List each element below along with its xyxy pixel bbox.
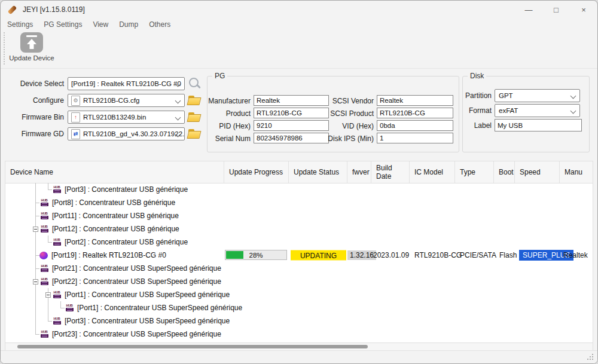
pid-hex-field[interactable]: 9210: [254, 120, 329, 131]
pg-row: Manufacturer Realtek SCSI Vendor Realtek: [208, 95, 459, 107]
menu-dump[interactable]: Dump: [118, 20, 139, 29]
col-fwver[interactable]: fwver: [347, 161, 371, 183]
col-manu[interactable]: Manu: [559, 161, 594, 183]
firmware-bin-value: RTL9210B13249.bin: [83, 114, 146, 121]
usb-hub-icon: HUB: [39, 212, 49, 219]
tree-row-updating[interactable]: [Port19] : Realtek RTL9210B-CG #0 28% UP…: [5, 249, 593, 262]
scsi-vendor-field[interactable]: Realtek: [377, 95, 453, 106]
menu-pg-settings[interactable]: PG Settings: [42, 20, 83, 29]
tree-row[interactable]: HUB [Port8] : Concentrateur USB génériqu…: [5, 196, 593, 209]
serial-num-field[interactable]: 802345978986: [254, 133, 329, 143]
vid-hex-label: VID (Hex): [326, 120, 374, 132]
tree-row[interactable]: HUB [Port3] : Concentrateur USB génériqu…: [5, 183, 593, 196]
menu-view[interactable]: View: [91, 20, 109, 29]
tree-row[interactable]: HUB [Port23] : Concentrateur USB SuperSp…: [5, 328, 593, 341]
device-select-combobox[interactable]: [Port19] : Realtek RTL9210B-CG #0: [68, 77, 185, 90]
tree-row-label: [Port3] : Concentrateur USB générique: [65, 185, 188, 194]
device-search-button[interactable]: [188, 77, 202, 90]
disk-ips-label: Disk IPS (Min): [320, 133, 374, 145]
firmware-bin-combobox[interactable]: ↑ RTL9210B13249.bin: [68, 111, 185, 124]
menu-settings[interactable]: Settings: [6, 20, 34, 29]
tree-row-label: [Port1] : Concentrateur USB SuperSpeed g…: [65, 290, 230, 299]
firmware-bin-row: Firmware Bin ↑ RTL9210B13249.bin: [1, 111, 207, 124]
col-update-status[interactable]: Update Status: [288, 161, 347, 183]
tree-row[interactable]: HUB [Port2] : Concentrateur USB génériqu…: [5, 235, 593, 249]
tree-row[interactable]: HUB [Port3] : Concentrateur USB SuperSpe…: [5, 314, 593, 328]
tree-row-label: [Port1] : Concentrateur USB SuperSpeed g…: [77, 304, 242, 312]
window-title: JEYI [v1.15.8.0119]: [23, 5, 85, 14]
firmware-gd-combobox[interactable]: ⇄ RTL9210B_gd_v4.30.23.071922.bin: [68, 127, 185, 140]
folder-icon: [188, 127, 202, 140]
tree-row-label: [Port12] : Concentrateur USB générique: [52, 225, 179, 233]
disk-label-field[interactable]: My USB: [495, 119, 582, 131]
device-tree: HUB [Port3] : Concentrateur USB génériqu…: [5, 183, 593, 343]
update-progress-bar: 28%: [225, 250, 287, 260]
device-select-row: Device Select [Port19] : Realtek RTL9210…: [1, 77, 207, 90]
toolbar-grip[interactable]: [4, 32, 5, 65]
upload-arrow-icon: [20, 32, 43, 53]
firmware-gd-row: Firmware GD ⇄ RTL9210B_gd_v4.30.23.07192…: [1, 127, 207, 140]
expander-minus-icon[interactable]: [45, 292, 51, 298]
table-header: Device Name Update Progress Update Statu…: [5, 161, 593, 183]
usb-hub-icon: HUB: [39, 199, 49, 206]
tree-row-label: [Port2] : Concentrateur USB générique: [65, 238, 188, 246]
progress-percent: 28%: [225, 250, 286, 259]
serial-num-label: Serial Num: [210, 133, 251, 145]
device-form: Device Select [Port19] : Realtek RTL9210…: [1, 71, 207, 155]
scsi-product-field[interactable]: RTL9210B-CG: [377, 108, 453, 118]
usb-hub-icon: HUB: [52, 291, 62, 298]
format-combobox[interactable]: exFAT: [495, 104, 580, 117]
col-build-date[interactable]: Build Date: [371, 161, 409, 183]
expander-minus-icon[interactable]: [33, 279, 38, 285]
tree-row[interactable]: HUB [Port12] : Concentrateur USB génériq…: [5, 222, 593, 235]
col-type[interactable]: Type: [454, 161, 493, 183]
configure-browse-button[interactable]: [188, 94, 202, 107]
device-select-value: [Port19] : Realtek RTL9210B-CG #0: [71, 80, 181, 87]
fwver-value: 1.32.16: [347, 250, 376, 260]
tree-row[interactable]: HUB [Port1] : Concentrateur USB SuperSpe…: [5, 301, 593, 314]
status-bar: [1, 350, 597, 363]
tree-row-label: [Port21] : Concentrateur USB SuperSpeed …: [52, 264, 221, 273]
resize-grip-icon[interactable]: [587, 354, 594, 360]
maximize-button[interactable]: □: [542, 1, 570, 19]
product-field[interactable]: RTL9210B-CG: [254, 108, 329, 118]
update-device-button[interactable]: Update Device: [8, 31, 56, 67]
expander-minus-icon[interactable]: [33, 227, 38, 232]
manufacturer-field[interactable]: Realtek: [254, 95, 329, 106]
horizontal-scrollbar[interactable]: [5, 342, 593, 350]
firmware-gd-browse-button[interactable]: [188, 127, 202, 140]
tree-row[interactable]: HUB [Port22] : Concentrateur USB SuperSp…: [5, 275, 593, 288]
disk-ips-field[interactable]: 1: [377, 133, 453, 143]
col-device-name[interactable]: Device Name: [5, 161, 224, 183]
tree-row[interactable]: HUB [Port1] : Concentrateur USB SuperSpe…: [5, 288, 593, 301]
ic-model-value: RTL9210B-CG: [414, 251, 462, 259]
tree-row-label: [Port11] : Concentrateur USB générique: [52, 212, 179, 220]
col-ic-model[interactable]: IC Model: [409, 161, 454, 183]
usb-hub-icon: HUB: [65, 304, 74, 311]
col-boot[interactable]: Boot: [493, 161, 514, 183]
window-controls: — □ ×: [515, 1, 597, 19]
partition-combobox[interactable]: GPT: [495, 89, 580, 102]
firmware-bin-browse-button[interactable]: [188, 111, 202, 124]
folder-icon: [188, 94, 202, 107]
manu-value: Realtek: [563, 251, 588, 259]
col-speed[interactable]: Speed: [514, 161, 559, 183]
tree-row[interactable]: HUB [Port21] : Concentrateur USB SuperSp…: [5, 262, 593, 275]
chevron-down-icon: [570, 108, 576, 114]
close-button[interactable]: ×: [570, 1, 597, 19]
tree-row-label: [Port22] : Concentrateur USB SuperSpeed …: [52, 277, 221, 286]
menu-others[interactable]: Others: [148, 20, 172, 29]
menu-bar: Settings PG Settings View Dump Others: [1, 19, 597, 30]
usb-device-icon: [39, 252, 48, 259]
tree-row[interactable]: HUB [Port11] : Concentrateur USB génériq…: [5, 209, 593, 222]
search-icon: [188, 77, 202, 90]
scrollbar-thumb[interactable]: [17, 345, 368, 348]
firmware-bin-label: Firmware Bin: [1, 111, 64, 124]
pg-row: Serial Num 802345978986 Disk IPS (Min) 1: [208, 133, 459, 145]
vid-hex-field[interactable]: 0bda: [377, 120, 453, 131]
minimize-button[interactable]: —: [515, 1, 542, 19]
title-bar: JEYI [v1.15.8.0119] — □ ×: [1, 1, 597, 19]
firmware-gd-label: Firmware GD: [1, 127, 64, 140]
col-update-progress[interactable]: Update Progress: [224, 161, 288, 183]
configure-combobox[interactable]: ⚙ RTL9210B-CG.cfg: [68, 94, 185, 107]
